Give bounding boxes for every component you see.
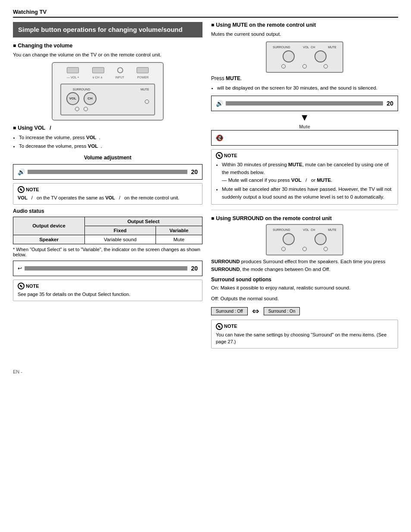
press-mute-text: Press MUTE. [211, 75, 398, 81]
tv-label-ch: ∨ CH ∧ [92, 76, 103, 79]
surround-demo-arrow: ⇔ [252, 306, 259, 316]
variable-volume-bar [25, 266, 187, 271]
volume-bar-display: 🔊 20 [13, 164, 202, 180]
mute-before-bar: 🔊 20 [211, 96, 398, 111]
note-box-3: ✎ NOTE Within 30 minutes of pressing MUT… [211, 149, 398, 205]
surround-remote-ch: CH [311, 228, 315, 231]
volume-adjustment-label: Volume adjustment [13, 155, 202, 161]
tv-btn-1 [67, 67, 79, 73]
mute-remote-dot-3 [324, 64, 328, 68]
table-cell-speaker: Speaker [13, 235, 85, 244]
note-box-4: ✎ NOTE You can have the same settings by… [211, 320, 398, 348]
using-vol-bullets: To increase the volume, press VOL . To d… [13, 134, 202, 150]
remote-vol-dial: VOL [66, 92, 79, 105]
table-header-output-select: Output Select [85, 217, 202, 226]
surround-remote-vol: VOL [303, 228, 309, 231]
remote-vol-dot [75, 107, 79, 111]
mute-label-text: Mute [211, 124, 398, 129]
page-footer-en: EN - [13, 369, 22, 374]
table-cell-variable-sound: Variable sound [85, 235, 156, 244]
note-icon-1: ✎ [18, 186, 25, 193]
mute-after-bar: 🔇 [211, 130, 398, 146]
mute-before-icon: 🔊 [216, 100, 223, 107]
page-footer: EN - [13, 369, 398, 374]
note-label-1: ✎ NOTE [18, 186, 198, 193]
mute-remote-vol-label: VOL [303, 46, 309, 49]
using-surround-title: Using SURROUND on the remote control uni… [211, 215, 398, 221]
table-header-fixed: Fixed [85, 226, 156, 235]
note-label-4: ✎ NOTE [216, 323, 393, 330]
surround-on-text: On: Makes it possible to enjoy natural, … [211, 284, 398, 292]
mute-remote-dial-2 [314, 50, 327, 62]
section-divider [211, 210, 398, 210]
surround-remote-illustration: SURROUND VOL CH MUTE [211, 224, 398, 255]
variable-volume-number: 20 [191, 265, 198, 272]
using-vol-section: Using VOL / To increase the volume, pres… [13, 125, 202, 150]
mute-before-number: 20 [386, 100, 393, 107]
mute-remote-mute-label: MUTE [328, 46, 336, 49]
surround-remote-label: SURROUND [273, 228, 290, 231]
surround-remote-dial-1 [283, 233, 295, 245]
note-box-1: ✎ NOTE VOL / on the TV operates the same… [13, 183, 202, 205]
watching-tv-label: Watching TV [13, 9, 398, 18]
tv-btn-3 [137, 67, 149, 73]
tv-label-input: INPUT [115, 76, 125, 79]
surround-body: SURROUND produces Surround effect from t… [211, 258, 398, 273]
note3-bullet-1: Within 30 minutes of pressing MUTE, mute… [222, 161, 393, 184]
surround-options-title: Surround sound options [211, 277, 398, 283]
note-icon-3: ✎ [216, 152, 223, 159]
using-surround-section: Using SURROUND on the remote control uni… [211, 215, 398, 221]
surround-remote-mute: MUTE [328, 228, 336, 231]
table-header-device: Output device [13, 217, 85, 235]
using-vol-title: Using VOL / [13, 125, 202, 131]
surround-off-text: Off: Outputs the normal sound. [211, 295, 398, 302]
mute-remote-ch-label: CH [311, 46, 315, 49]
right-column: Using MUTE on the remote control unit Mu… [211, 22, 398, 352]
surround-remote-dot-1 [281, 247, 286, 251]
table-cell-mute: Mute [156, 235, 202, 244]
mute-remote-illustration: SURROUND VOL CH MUTE [211, 41, 398, 73]
surround-on-box: Surround : On [264, 307, 300, 315]
note-box-2: ✎ NOTE See page 35 for details on the Ou… [13, 280, 202, 301]
note-text-2: See page 35 for details on the Output Se… [18, 291, 198, 298]
mute-bullet-list: will be displayed on the screen for 30 m… [211, 84, 398, 92]
audio-status-table: Output device Output Select Fixed Variab… [13, 217, 202, 244]
table-header-variable: Variable [156, 226, 202, 235]
left-column: Simple button operations for changing vo… [13, 22, 202, 352]
vol-bullet-1: To increase the volume, press VOL . [19, 134, 202, 141]
note-label-3: ✎ NOTE [216, 152, 393, 159]
surround-remote-dial-2 [314, 233, 327, 245]
mute-remote-dot-2 [302, 64, 307, 68]
variable-vol-bar-display: ↩ 20 [13, 261, 202, 276]
note-icon-4: ✎ [216, 323, 223, 330]
changing-volume-title: Changing the volume [13, 43, 202, 49]
surround-remote-dot-3 [324, 247, 328, 251]
volume-bar [28, 170, 187, 174]
tv-label-power: POWER [137, 76, 149, 79]
main-content: Simple button operations for changing vo… [13, 22, 398, 352]
mute-remote-dot-1 [281, 64, 286, 68]
note3-bullet-2: Mute will be canceled after 30 minutes h… [222, 185, 393, 201]
remote-mute-label-left: MUTE [140, 88, 149, 91]
tv-label-vol: — VOL + [67, 76, 79, 79]
surround-demo: Surround : Off ⇔ Surround : On [211, 306, 398, 316]
speaker-icon: 🔊 [18, 168, 25, 175]
using-mute-body: Mutes the current sound output. [211, 31, 398, 38]
vol-bullet-2: To decrease the volume, press VOL . [19, 142, 202, 150]
mute-down-arrow: ▼ [211, 112, 398, 123]
page-header: Watching TV [13, 9, 398, 18]
note-label-2: ✎ NOTE [18, 283, 198, 290]
volume-number: 20 [191, 168, 198, 175]
using-mute-title: Using MUTE on the remote control unit [211, 22, 398, 28]
asterisk-note: * When "Output Select" is set to "Variab… [13, 247, 202, 257]
using-mute-section: Using MUTE on the remote control unit Mu… [211, 22, 398, 38]
mute-after-icon: 🔇 [216, 134, 223, 141]
note-text-1: VOL / on the TV operates the same as VOL… [18, 194, 198, 202]
remote-surround-label: SURROUND [73, 88, 90, 91]
surround-off-box: Surround : Off [211, 307, 248, 315]
note3-bullets: Within 30 minutes of pressing MUTE, mute… [216, 161, 393, 201]
tv-btn-2 [92, 67, 104, 73]
mute-bullet-1: will be displayed on the screen for 30 m… [217, 84, 398, 92]
mute-remote-surround: SURROUND [273, 46, 290, 49]
mute-before-vol-bar [226, 101, 383, 106]
